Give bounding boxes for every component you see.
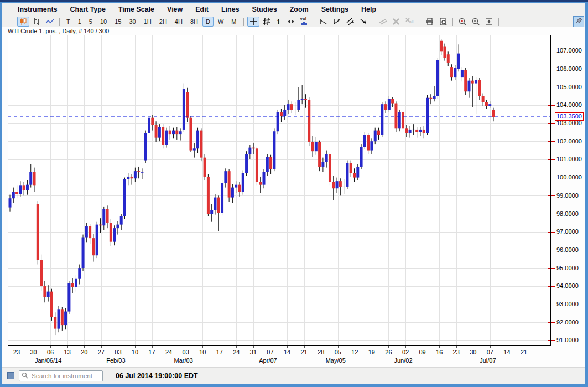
month-axis-label: Mar/03	[164, 357, 203, 364]
time-axis-label: 09	[415, 349, 430, 355]
candle	[37, 201, 39, 264]
candle	[67, 281, 70, 314]
timeframe-label: 10	[98, 18, 108, 25]
delete-all-lines-button[interactable]: all	[403, 17, 417, 27]
parallel-lines-icon	[378, 17, 387, 26]
trendline-up-tool-button[interactable]	[331, 17, 343, 27]
candle	[204, 154, 206, 180]
grid-toggle-button[interactable]	[261, 17, 273, 27]
trendline-down-tool-button[interactable]	[318, 17, 330, 27]
volume-button[interactable]: vol	[298, 17, 310, 27]
candle	[329, 152, 331, 185]
price-axis-label: 96.0000	[556, 246, 579, 253]
timeframe-button-15[interactable]: 15	[111, 17, 124, 27]
menu-item-help[interactable]: Help	[361, 6, 376, 13]
print-preview-button[interactable]	[437, 17, 449, 27]
pin-panel-button[interactable]	[573, 16, 584, 27]
timeframe-button-30[interactable]: 30	[126, 17, 139, 27]
price-axis-label: 107.0000	[556, 47, 582, 54]
time-axis-label: 28	[314, 349, 328, 355]
price-axis-label: 102.0000	[556, 138, 582, 145]
timeframe-button-d[interactable]: D	[202, 17, 214, 27]
candle	[162, 124, 164, 148]
chart-widget: WTI Crude 1. pos. , Daily, # 140 / 300 1…	[2, 27, 585, 367]
timeframe-button-w[interactable]: W	[215, 17, 227, 27]
crosshair-button[interactable]	[247, 17, 259, 27]
time-axis-label: 21	[297, 349, 311, 355]
price-axis-label: 92.0000	[556, 319, 579, 326]
fit-vertical-button[interactable]	[483, 17, 495, 27]
delete-line-button[interactable]	[390, 17, 402, 27]
menu-item-chart-type[interactable]: Chart Type	[70, 6, 106, 13]
volume-icon: vol	[300, 17, 309, 26]
candle	[318, 141, 321, 172]
printer-icon	[425, 17, 434, 26]
menu-item-zoom[interactable]: Zoom	[290, 6, 309, 13]
search-input[interactable]	[30, 372, 96, 380]
horizontal-scroll-button[interactable]	[285, 17, 297, 27]
timeframe-label: 30	[127, 18, 137, 25]
zoom-in-button[interactable]	[456, 17, 469, 27]
timeframe-label: T	[65, 18, 72, 25]
chart-plot[interactable]	[8, 35, 559, 354]
candle	[426, 95, 429, 135]
info-button[interactable]: i	[274, 17, 284, 27]
timeframe-label: 4H	[173, 18, 184, 25]
candle	[394, 101, 397, 132]
menu-item-settings[interactable]: Settings	[321, 6, 348, 13]
timeframe-button-1h[interactable]: 1H	[141, 17, 155, 27]
menu-item-lines[interactable]: Lines	[221, 6, 240, 13]
candle	[308, 97, 310, 146]
menu-item-studies[interactable]: Studies	[252, 6, 277, 13]
time-axis-label: 10	[128, 349, 142, 355]
ray-arrow-icon	[359, 17, 368, 26]
connection-status-icon	[7, 372, 14, 379]
ohlc-bars-button[interactable]	[30, 17, 43, 27]
price-axis[interactable]: 107.0000106.0000105.0000104.0000103.0000…	[556, 27, 584, 367]
candle	[346, 161, 348, 189]
menu-item-edit[interactable]: Edit	[195, 6, 209, 13]
timeframe-button-2h[interactable]: 2H	[156, 17, 170, 27]
last-price-label: 103.3500	[555, 112, 584, 121]
timeframe-button-4h[interactable]: 4H	[171, 17, 186, 27]
price-axis-label: 104.0000	[556, 101, 582, 108]
fit-vertical-icon	[485, 17, 493, 26]
menu-item-time-scale[interactable]: Time Scale	[118, 6, 154, 13]
parallel-channel-tool-button[interactable]	[344, 17, 356, 27]
candlestick-icon	[19, 17, 28, 26]
print-button[interactable]	[424, 17, 436, 27]
time-axis-label: 14	[499, 349, 514, 355]
toolbar-separator	[243, 18, 244, 26]
timeframe-button-t[interactable]: T	[63, 17, 74, 27]
parallel-lines-tool-button[interactable]	[377, 17, 389, 27]
time-axis-label: 13	[60, 349, 75, 355]
price-axis-label: 99.0000	[556, 192, 579, 199]
timeframe-button-5[interactable]: 5	[86, 17, 96, 27]
line-chart-button[interactable]	[44, 17, 56, 27]
month-axis-label: Jun/02	[384, 357, 423, 364]
timeframe-button-10[interactable]: 10	[97, 17, 110, 27]
month-axis-label: Jan/06/14	[29, 357, 67, 364]
ohlc-bars-icon	[32, 17, 41, 26]
time-axis-label: 24	[229, 349, 243, 355]
candle	[464, 68, 467, 95]
instrument-search-box[interactable]	[19, 370, 103, 381]
candle	[40, 255, 43, 291]
menu-item-view[interactable]: View	[167, 6, 183, 13]
time-axis[interactable]: 2330061320270310172403101724310714212805…	[2, 346, 585, 367]
menu-item-instruments[interactable]: Instruments	[18, 6, 58, 13]
toolbar-separator	[452, 18, 453, 26]
timeframe-group: T151015301H2H4H8HDWM	[63, 17, 241, 27]
candle	[242, 171, 244, 195]
time-axis-label: 16	[432, 349, 446, 355]
timeframe-button-1[interactable]: 1	[75, 17, 85, 27]
zoom-out-button[interactable]	[470, 17, 482, 27]
ray-tool-button[interactable]	[357, 17, 370, 27]
delete-all-icon: all	[405, 17, 415, 26]
timeframe-label: 15	[113, 18, 123, 25]
candlestick-chart-button[interactable]	[17, 17, 29, 27]
timeframe-button-8h[interactable]: 8H	[187, 17, 201, 27]
candle	[96, 222, 98, 258]
timeframe-button-m[interactable]: M	[228, 17, 240, 27]
info-icon: i	[277, 18, 280, 26]
